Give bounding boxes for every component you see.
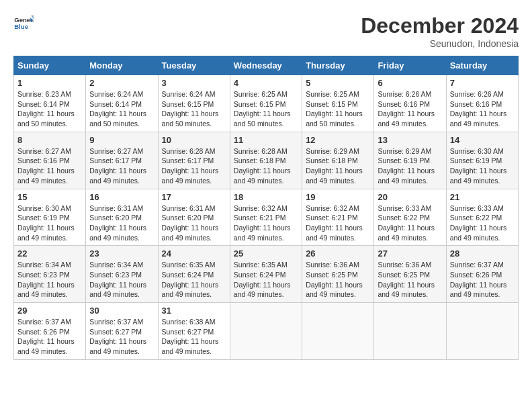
col-tuesday: Tuesday bbox=[158, 56, 230, 75]
calendar-day-cell: 4 Sunrise: 6:25 AM Sunset: 6:15 PM Dayli… bbox=[230, 75, 302, 132]
calendar-week-row: 22 Sunrise: 6:34 AM Sunset: 6:23 PM Dayl… bbox=[14, 246, 519, 303]
day-detail: Sunrise: 6:35 AM Sunset: 6:24 PM Dayligh… bbox=[234, 260, 298, 300]
calendar-week-row: 29 Sunrise: 6:37 AM Sunset: 6:26 PM Dayl… bbox=[14, 303, 519, 360]
calendar-day-cell: 29 Sunrise: 6:37 AM Sunset: 6:26 PM Dayl… bbox=[14, 303, 86, 360]
month-year: December 2024 bbox=[361, 13, 519, 38]
calendar-day-cell: 11 Sunrise: 6:28 AM Sunset: 6:18 PM Dayl… bbox=[230, 132, 302, 189]
day-number: 1 bbox=[17, 78, 82, 88]
day-number: 9 bbox=[89, 135, 154, 145]
day-detail: Sunrise: 6:29 AM Sunset: 6:19 PM Dayligh… bbox=[378, 146, 442, 186]
day-number: 18 bbox=[234, 192, 298, 202]
calendar-day-cell: 13 Sunrise: 6:29 AM Sunset: 6:19 PM Dayl… bbox=[374, 132, 446, 189]
calendar-day-cell: 14 Sunrise: 6:30 AM Sunset: 6:19 PM Dayl… bbox=[446, 132, 518, 189]
calendar-week-row: 15 Sunrise: 6:30 AM Sunset: 6:19 PM Dayl… bbox=[14, 189, 519, 246]
calendar-day-cell: 10 Sunrise: 6:28 AM Sunset: 6:17 PM Dayl… bbox=[158, 132, 230, 189]
day-number: 17 bbox=[162, 192, 226, 202]
day-number: 28 bbox=[450, 248, 515, 259]
day-number: 16 bbox=[89, 192, 154, 202]
col-wednesday: Wednesday bbox=[230, 56, 302, 75]
calendar-day-cell: 16 Sunrise: 6:31 AM Sunset: 6:20 PM Dayl… bbox=[86, 189, 158, 246]
day-number: 27 bbox=[378, 248, 442, 259]
day-number: 25 bbox=[234, 248, 298, 259]
day-detail: Sunrise: 6:26 AM Sunset: 6:16 PM Dayligh… bbox=[378, 89, 442, 129]
day-detail: Sunrise: 6:24 AM Sunset: 6:14 PM Dayligh… bbox=[89, 89, 154, 129]
day-detail: Sunrise: 6:25 AM Sunset: 6:15 PM Dayligh… bbox=[234, 89, 298, 129]
calendar-day-cell: 2 Sunrise: 6:24 AM Sunset: 6:14 PM Dayli… bbox=[86, 75, 158, 132]
calendar-day-cell: 5 Sunrise: 6:25 AM Sunset: 6:15 PM Dayli… bbox=[302, 75, 374, 132]
day-detail: Sunrise: 6:37 AM Sunset: 6:26 PM Dayligh… bbox=[17, 317, 82, 357]
day-detail: Sunrise: 6:28 AM Sunset: 6:17 PM Dayligh… bbox=[162, 146, 226, 186]
day-number: 23 bbox=[89, 248, 154, 259]
calendar-day-cell: 6 Sunrise: 6:26 AM Sunset: 6:16 PM Dayli… bbox=[374, 75, 446, 132]
day-number: 26 bbox=[306, 248, 370, 259]
day-detail: Sunrise: 6:29 AM Sunset: 6:18 PM Dayligh… bbox=[306, 146, 370, 186]
calendar-day-cell: 1 Sunrise: 6:23 AM Sunset: 6:14 PM Dayli… bbox=[14, 75, 86, 132]
day-detail: Sunrise: 6:27 AM Sunset: 6:17 PM Dayligh… bbox=[89, 146, 154, 186]
calendar-day-cell: 8 Sunrise: 6:27 AM Sunset: 6:16 PM Dayli… bbox=[14, 132, 86, 189]
day-number: 19 bbox=[306, 192, 370, 202]
calendar-day-cell: 28 Sunrise: 6:37 AM Sunset: 6:26 PM Dayl… bbox=[446, 246, 518, 303]
calendar-day-cell: 3 Sunrise: 6:24 AM Sunset: 6:15 PM Dayli… bbox=[158, 75, 230, 132]
day-detail: Sunrise: 6:27 AM Sunset: 6:16 PM Dayligh… bbox=[17, 146, 82, 186]
day-detail: Sunrise: 6:34 AM Sunset: 6:23 PM Dayligh… bbox=[89, 260, 154, 300]
col-sunday: Sunday bbox=[14, 56, 86, 75]
calendar-day-cell: 17 Sunrise: 6:31 AM Sunset: 6:20 PM Dayl… bbox=[158, 189, 230, 246]
logo: General Blue bbox=[13, 13, 34, 34]
day-number: 11 bbox=[234, 135, 298, 145]
calendar-header-row: Sunday Monday Tuesday Wednesday Thursday… bbox=[14, 56, 519, 75]
day-number: 24 bbox=[162, 248, 226, 259]
day-detail: Sunrise: 6:33 AM Sunset: 6:22 PM Dayligh… bbox=[450, 203, 515, 243]
day-number: 29 bbox=[17, 306, 82, 316]
day-detail: Sunrise: 6:23 AM Sunset: 6:14 PM Dayligh… bbox=[17, 89, 82, 129]
calendar-day-cell: 30 Sunrise: 6:37 AM Sunset: 6:27 PM Dayl… bbox=[86, 303, 158, 360]
calendar-day-cell: 24 Sunrise: 6:35 AM Sunset: 6:24 PM Dayl… bbox=[158, 246, 230, 303]
svg-text:Blue: Blue bbox=[14, 23, 28, 30]
day-detail: Sunrise: 6:34 AM Sunset: 6:23 PM Dayligh… bbox=[17, 260, 82, 300]
day-number: 8 bbox=[17, 135, 82, 145]
col-saturday: Saturday bbox=[446, 56, 518, 75]
col-monday: Monday bbox=[86, 56, 158, 75]
day-number: 21 bbox=[450, 192, 515, 202]
day-number: 6 bbox=[378, 78, 442, 88]
calendar-day-cell: 9 Sunrise: 6:27 AM Sunset: 6:17 PM Dayli… bbox=[86, 132, 158, 189]
day-detail: Sunrise: 6:35 AM Sunset: 6:24 PM Dayligh… bbox=[162, 260, 226, 300]
calendar-week-row: 1 Sunrise: 6:23 AM Sunset: 6:14 PM Dayli… bbox=[14, 75, 519, 132]
day-detail: Sunrise: 6:26 AM Sunset: 6:16 PM Dayligh… bbox=[450, 89, 515, 129]
calendar-week-row: 8 Sunrise: 6:27 AM Sunset: 6:16 PM Dayli… bbox=[14, 132, 519, 189]
calendar-day-cell: 19 Sunrise: 6:32 AM Sunset: 6:21 PM Dayl… bbox=[302, 189, 374, 246]
logo-icon: General Blue bbox=[13, 13, 34, 34]
calendar-day-cell bbox=[446, 303, 518, 360]
day-detail: Sunrise: 6:30 AM Sunset: 6:19 PM Dayligh… bbox=[17, 203, 82, 243]
day-detail: Sunrise: 6:32 AM Sunset: 6:21 PM Dayligh… bbox=[306, 203, 370, 243]
calendar-day-cell: 18 Sunrise: 6:32 AM Sunset: 6:21 PM Dayl… bbox=[230, 189, 302, 246]
day-detail: Sunrise: 6:37 AM Sunset: 6:27 PM Dayligh… bbox=[89, 317, 154, 357]
day-detail: Sunrise: 6:33 AM Sunset: 6:22 PM Dayligh… bbox=[378, 203, 442, 243]
day-detail: Sunrise: 6:31 AM Sunset: 6:20 PM Dayligh… bbox=[162, 203, 226, 243]
day-detail: Sunrise: 6:36 AM Sunset: 6:25 PM Dayligh… bbox=[378, 260, 442, 300]
day-number: 20 bbox=[378, 192, 442, 202]
day-number: 22 bbox=[17, 248, 82, 259]
calendar-day-cell: 12 Sunrise: 6:29 AM Sunset: 6:18 PM Dayl… bbox=[302, 132, 374, 189]
calendar-day-cell: 21 Sunrise: 6:33 AM Sunset: 6:22 PM Dayl… bbox=[446, 189, 518, 246]
calendar-day-cell: 27 Sunrise: 6:36 AM Sunset: 6:25 PM Dayl… bbox=[374, 246, 446, 303]
calendar-table: Sunday Monday Tuesday Wednesday Thursday… bbox=[13, 56, 519, 360]
day-number: 31 bbox=[162, 306, 226, 316]
title-block: December 2024 Seunudon, Indonesia bbox=[361, 13, 519, 49]
calendar-day-cell: 26 Sunrise: 6:36 AM Sunset: 6:25 PM Dayl… bbox=[302, 246, 374, 303]
day-number: 2 bbox=[89, 78, 154, 88]
page-header: General Blue December 2024 Seunudon, Ind… bbox=[13, 13, 519, 49]
day-number: 15 bbox=[17, 192, 82, 202]
day-detail: Sunrise: 6:25 AM Sunset: 6:15 PM Dayligh… bbox=[306, 89, 370, 129]
calendar-day-cell: 25 Sunrise: 6:35 AM Sunset: 6:24 PM Dayl… bbox=[230, 246, 302, 303]
calendar-day-cell bbox=[302, 303, 374, 360]
location: Seunudon, Indonesia bbox=[361, 38, 519, 49]
day-detail: Sunrise: 6:32 AM Sunset: 6:21 PM Dayligh… bbox=[234, 203, 298, 243]
day-number: 12 bbox=[306, 135, 370, 145]
day-detail: Sunrise: 6:36 AM Sunset: 6:25 PM Dayligh… bbox=[306, 260, 370, 300]
calendar-day-cell: 31 Sunrise: 6:38 AM Sunset: 6:27 PM Dayl… bbox=[158, 303, 230, 360]
calendar-day-cell: 20 Sunrise: 6:33 AM Sunset: 6:22 PM Dayl… bbox=[374, 189, 446, 246]
day-detail: Sunrise: 6:24 AM Sunset: 6:15 PM Dayligh… bbox=[162, 89, 226, 129]
day-detail: Sunrise: 6:37 AM Sunset: 6:26 PM Dayligh… bbox=[450, 260, 515, 300]
day-number: 4 bbox=[234, 78, 298, 88]
day-number: 13 bbox=[378, 135, 442, 145]
